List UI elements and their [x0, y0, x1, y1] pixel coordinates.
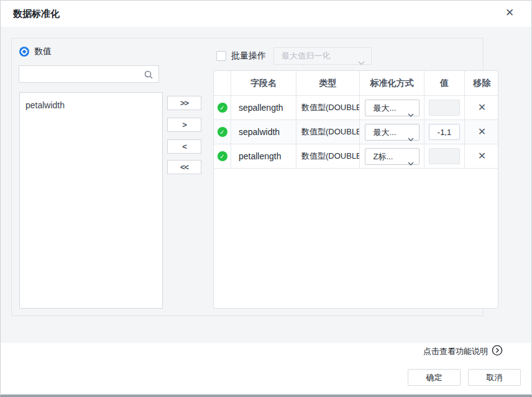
check-circle-icon: ✓: [218, 127, 227, 137]
help-link[interactable]: 点击查看功能说明: [423, 345, 503, 358]
field-search-box: [19, 65, 159, 83]
field-type: 数值型(DOUBLE: [296, 96, 360, 119]
header-type: 类型: [296, 71, 360, 95]
field-name: petallength: [231, 144, 296, 168]
numeric-radio[interactable]: 数值: [19, 46, 52, 57]
table-row: ✓ sepalwidth 数值型(DOUBLE 最大... ✕: [214, 120, 498, 144]
batch-method-select: 最大值归一化: [273, 47, 372, 65]
move-all-right-button[interactable]: >>: [167, 96, 201, 110]
chevron-down-icon: [408, 106, 414, 120]
field-name: sepalwidth: [231, 120, 296, 144]
batch-operation-row: 批量操作 最大值归一化: [216, 47, 372, 65]
table-row: ✓ sepallength 数值型(DOUBLE 最大... ✕: [214, 96, 498, 120]
check-circle-icon: ✓: [218, 151, 227, 161]
move-right-button[interactable]: >: [167, 118, 201, 132]
chevron-down-icon: [408, 155, 414, 169]
method-select[interactable]: 最大...: [365, 124, 420, 141]
batch-operation-label: 批量操作: [231, 50, 266, 62]
value-input: [429, 100, 460, 116]
method-select[interactable]: 最大...: [365, 100, 420, 116]
radio-selected-icon: [19, 47, 29, 57]
dialog-title: 数据标准化: [13, 1, 60, 27]
field-type: 数值型(DOUBLE: [296, 120, 360, 144]
search-input[interactable]: [19, 66, 158, 82]
header-field-name: 字段名: [231, 71, 296, 95]
remove-icon[interactable]: ✕: [478, 127, 486, 137]
batch-method-value: 最大值归一化: [282, 51, 330, 60]
value-input[interactable]: [429, 124, 460, 140]
batch-operation-checkbox[interactable]: [216, 51, 226, 61]
search-icon: [144, 70, 154, 82]
header-method: 标准化方式: [360, 71, 424, 95]
close-icon[interactable]: ✕: [502, 5, 518, 21]
dialog-header: 数据标准化 ✕: [1, 1, 531, 27]
method-value: 最大...: [374, 103, 397, 113]
available-fields-list: petalwidth: [19, 92, 163, 309]
fields-table: 字段名 类型 标准化方式 值 移除 ✓ sepallength 数值型(DOUB…: [213, 70, 498, 309]
cancel-button[interactable]: 取消: [468, 369, 521, 386]
method-value: Z标...: [374, 152, 393, 161]
field-type: 数值型(DOUBLE: [296, 144, 360, 168]
table-header-row: 字段名 类型 标准化方式 值 移除: [214, 71, 498, 96]
header-value: 值: [424, 71, 465, 95]
check-circle-icon: ✓: [218, 103, 227, 113]
method-select[interactable]: Z标...: [365, 148, 420, 165]
value-input: [429, 148, 460, 164]
data-standardization-dialog: 数据标准化 ✕ 数值 petalwidth >> >: [0, 0, 532, 397]
circle-arrow-right-icon: [492, 345, 503, 358]
list-item[interactable]: petalwidth: [20, 93, 162, 113]
ok-button[interactable]: 确定: [408, 369, 461, 386]
remove-icon[interactable]: ✕: [478, 151, 486, 161]
help-link-label: 点击查看功能说明: [423, 346, 488, 357]
table-row: ✓ petallength 数值型(DOUBLE Z标... ✕: [214, 144, 498, 169]
chevron-down-icon: [408, 131, 414, 144]
header-status: [214, 71, 231, 95]
move-all-left-button[interactable]: <<: [167, 160, 201, 174]
main-panel: 数值 petalwidth >> > < << 批量操作: [11, 38, 484, 316]
remove-icon[interactable]: ✕: [478, 103, 486, 113]
dialog-body: 数值 petalwidth >> > < << 批量操作: [1, 27, 531, 343]
move-left-button[interactable]: <: [167, 139, 201, 154]
header-remove: 移除: [465, 71, 498, 95]
radio-label: 数值: [34, 46, 52, 57]
method-value: 最大...: [374, 128, 397, 137]
chevron-down-icon: [358, 55, 365, 71]
field-name: sepallength: [231, 96, 296, 119]
